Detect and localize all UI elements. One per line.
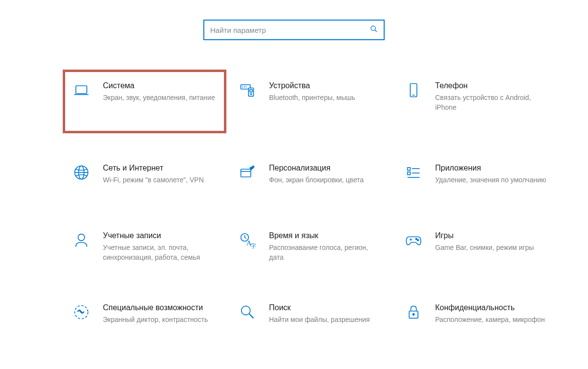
category-text: Приложения Удаление, значения по умолчан… xyxy=(435,163,550,185)
category-gaming[interactable]: Игры Game Bar, снимки, режим игры xyxy=(395,220,559,273)
category-title: Игры xyxy=(435,231,550,240)
search-input[interactable] xyxy=(210,26,370,34)
person-icon xyxy=(72,230,91,250)
category-text: Система Экран, звук, уведомления, питани… xyxy=(103,80,218,103)
category-text: Персонализация Фон, экран блокировки, цв… xyxy=(269,163,384,185)
category-title: Поиск xyxy=(269,303,384,312)
categories-grid: Система Экран, звук, уведомления, питани… xyxy=(0,70,588,341)
svg-line-38 xyxy=(249,314,253,319)
globe-icon xyxy=(72,163,91,182)
laptop-icon xyxy=(72,80,91,100)
category-title: Телефон xyxy=(435,81,550,90)
category-title: Приложения xyxy=(435,164,550,172)
svg-rect-19 xyxy=(241,169,251,177)
category-search[interactable]: Поиск Найти мои файлы, разрешения xyxy=(229,292,392,341)
svg-point-26 xyxy=(78,234,85,241)
category-text: Конфиденциальность Расположение, камера,… xyxy=(435,302,550,325)
svg-line-29 xyxy=(245,237,246,238)
category-phone[interactable]: Телефон Связать устройство с Android, iP… xyxy=(395,70,559,133)
settings-home: Система Экран, звук, уведомления, питани… xyxy=(0,0,588,341)
devices-icon xyxy=(238,80,257,100)
category-desc: Учетные записи, эл. почта, синхронизация… xyxy=(103,243,218,262)
category-title: Персонализация xyxy=(269,164,384,172)
category-title: Специальные возможности xyxy=(103,303,218,312)
category-desc: Bluetooth, принтеры, мышь xyxy=(269,93,384,103)
category-text: Поиск Найти мои файлы, разрешения xyxy=(269,302,384,325)
magnifier-icon xyxy=(238,302,257,322)
category-text: Время и язык Распознавание голоса, регио… xyxy=(269,230,384,262)
apps-icon xyxy=(404,163,423,182)
time-language-icon: A 字 xyxy=(238,230,257,250)
category-text: Специальные возможности Экранный диктор,… xyxy=(103,302,218,325)
category-desc: Найти мои файлы, разрешения xyxy=(269,315,384,325)
category-network[interactable]: Сеть и Интернет Wi-Fi, режим "в самолете… xyxy=(63,152,226,201)
category-privacy[interactable]: Конфиденциальность Расположение, камера,… xyxy=(395,292,559,341)
category-desc: Фон, экран блокировки, цвета xyxy=(269,175,384,185)
category-accessibility[interactable]: Специальные возможности Экранный диктор,… xyxy=(63,292,226,341)
category-desc: Расположение, камера, микрофон xyxy=(435,315,550,325)
svg-point-32 xyxy=(416,238,417,240)
category-text: Телефон Связать устройство с Android, iP… xyxy=(435,80,550,112)
svg-text:字: 字 xyxy=(250,243,256,249)
search-box[interactable] xyxy=(203,20,385,40)
category-desc: Связать устройство с Android, iPhone xyxy=(435,93,550,112)
category-personalization[interactable]: Персонализация Фон, экран блокировки, цв… xyxy=(229,152,392,201)
category-text: Игры Game Bar, снимки, режим игры xyxy=(435,230,550,253)
svg-point-33 xyxy=(417,240,419,241)
category-title: Время и язык xyxy=(269,231,384,240)
category-text: Учетные записи Учетные записи, эл. почта… xyxy=(103,230,218,262)
category-text: Устройства Bluetooth, принтеры, мышь xyxy=(269,80,384,103)
category-title: Конфиденциальность xyxy=(435,303,550,312)
search-icon xyxy=(370,25,378,35)
category-desc: Game Bar, снимки, режим игры xyxy=(435,243,550,253)
search-container xyxy=(0,20,588,40)
lock-icon xyxy=(404,302,423,322)
paint-icon xyxy=(238,163,257,182)
svg-rect-2 xyxy=(76,86,87,94)
accessibility-icon xyxy=(72,302,91,322)
category-devices[interactable]: Устройства Bluetooth, принтеры, мышь xyxy=(229,70,392,133)
svg-point-37 xyxy=(242,306,250,315)
category-title: Сеть и Интернет xyxy=(103,164,218,172)
category-title: Система xyxy=(103,81,218,90)
category-title: Устройства xyxy=(269,81,384,90)
svg-line-1 xyxy=(375,30,377,32)
phone-icon xyxy=(404,80,423,100)
category-time-language[interactable]: A 字 Время и язык Распознавание голоса, р… xyxy=(229,220,392,273)
category-title: Учетные записи xyxy=(103,231,218,240)
category-desc: Wi-Fi, режим "в самолете", VPN xyxy=(103,175,218,185)
svg-point-0 xyxy=(371,26,375,30)
svg-rect-21 xyxy=(408,168,411,171)
category-apps[interactable]: Приложения Удаление, значения по умолчан… xyxy=(395,152,559,201)
category-desc: Распознавание голоса, регион, дата xyxy=(269,243,384,262)
svg-point-40 xyxy=(413,314,414,315)
category-system[interactable]: Система Экран, звук, уведомления, питани… xyxy=(63,70,226,133)
gamepad-icon xyxy=(404,230,423,250)
category-accounts[interactable]: Учетные записи Учетные записи, эл. почта… xyxy=(63,220,226,273)
category-desc: Экранный диктор, контрастность xyxy=(103,315,218,325)
category-desc: Удаление, значения по умолчанию xyxy=(435,175,550,185)
category-text: Сеть и Интернет Wi-Fi, режим "в самолете… xyxy=(103,163,218,185)
svg-rect-23 xyxy=(408,172,411,175)
category-desc: Экран, звук, уведомления, питание xyxy=(103,93,218,103)
